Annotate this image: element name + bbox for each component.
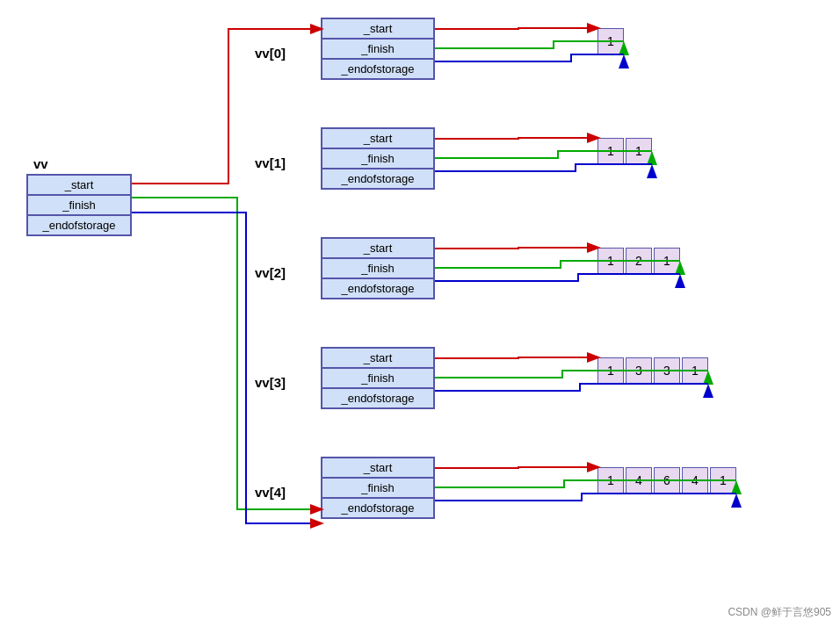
row4-finish: _finish [322,478,434,498]
row2-endofstorage: _endofstorage [322,278,434,299]
data-cell: 6 [654,467,680,494]
row4-box: _start _finish _endofstorage [321,457,435,519]
row2-label: vv[2] [255,265,286,280]
row3-label: vv[3] [255,375,286,390]
data-cell: 4 [626,467,652,494]
main-cell-endofstorage: _endofstorage [27,215,131,235]
arrows-svg [0,0,840,627]
data-cell: 1 [654,248,680,274]
data-cell: 3 [654,357,680,384]
row1-endofstorage: _endofstorage [322,169,434,189]
diagram-container: vv _start _finish _endofstorage vv[0] _s… [0,0,840,627]
row2-box: _start _finish _endofstorage [321,237,435,299]
data-cell: 3 [626,357,652,384]
row1-label: vv[1] [255,155,286,170]
main-struct-box: _start _finish _endofstorage [26,174,132,236]
data-cell: 1 [597,357,624,384]
row4-label: vv[4] [255,485,286,500]
row3-endofstorage: _endofstorage [322,388,434,408]
row1-box: _start _finish _endofstorage [321,127,435,190]
row4-endofstorage: _endofstorage [322,498,434,518]
row2-finish: _finish [322,258,434,278]
row3-start: _start [322,348,434,368]
row2-start: _start [322,238,434,258]
row4-start: _start [322,458,434,478]
data-cell: 1 [710,467,736,494]
main-cell-finish: _finish [27,195,131,215]
data-cell: 1 [682,357,708,384]
row1-start: _start [322,128,434,148]
data-cell: 1 [597,467,624,494]
main-cell-start: _start [27,175,131,195]
row0-endofstorage: _endofstorage [322,59,434,79]
data-cell: 1 [597,28,624,54]
row0-label: vv[0] [255,46,286,61]
data-cell: 1 [597,248,624,274]
data-cell: 1 [626,138,652,164]
data-cell: 2 [626,248,652,274]
data-cell: 4 [682,467,708,494]
watermark: CSDN @鲜于言悠905 [728,605,831,620]
row0-box: _start _finish _endofstorage [321,18,435,80]
row1-finish: _finish [322,148,434,169]
row0-finish: _finish [322,39,434,59]
row3-finish: _finish [322,368,434,388]
row3-box: _start _finish _endofstorage [321,347,435,409]
row0-start: _start [322,18,434,39]
data-cell: 1 [597,138,624,164]
main-struct-label: vv [33,156,48,171]
